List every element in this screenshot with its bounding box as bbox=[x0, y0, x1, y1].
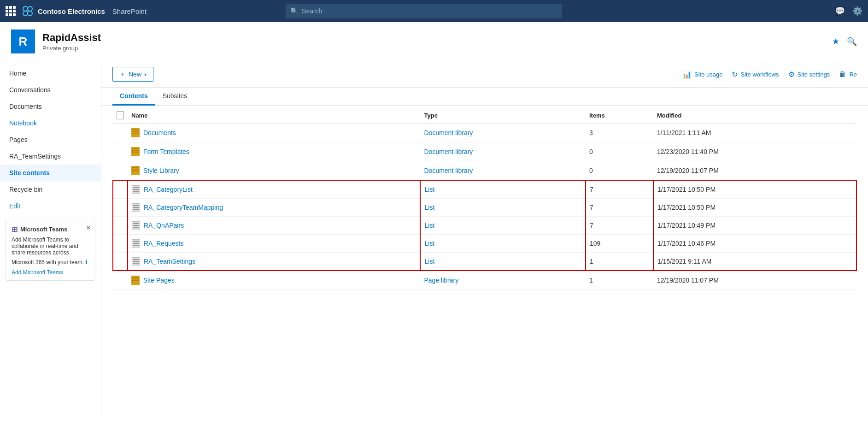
type-link[interactable]: Document library bbox=[424, 167, 473, 174]
teams-promo-panel: ✕ ⊞ Microsoft Teams Add Microsoft Teams … bbox=[6, 220, 95, 281]
add-teams-link[interactable]: Add Microsoft Teams bbox=[12, 269, 89, 276]
sidebar-item-documents[interactable]: Documents bbox=[0, 98, 101, 115]
row-name[interactable]: RA_CategoryTeamMapping bbox=[144, 204, 223, 211]
table-row[interactable]: RA_Requests List 109 1/17/2021 10:46 PM bbox=[113, 235, 856, 253]
svg-point-2 bbox=[23, 11, 28, 16]
workflow-icon: ↻ bbox=[732, 70, 738, 79]
table-row[interactable]: Documents Document library 3 1/11/2021 1… bbox=[113, 124, 856, 142]
settings-gear-icon[interactable]: ⚙️ bbox=[852, 6, 862, 16]
settings-icon: ⚙ bbox=[788, 70, 795, 79]
row-items: 1 bbox=[586, 271, 653, 290]
sidebar-item-ra-team-settings[interactable]: RA_TeamSettings bbox=[0, 148, 101, 165]
table-row[interactable]: RA_CategoryList List 7 1/17/2021 10:50 P… bbox=[113, 180, 856, 199]
type-link[interactable]: List bbox=[424, 186, 434, 193]
sidebar-item-notebook[interactable]: Notebook bbox=[0, 115, 101, 131]
list-icon bbox=[132, 221, 140, 230]
row-modified: 1/17/2021 10:46 PM bbox=[653, 235, 856, 253]
teams-promo-title: ⊞ Microsoft Teams bbox=[12, 225, 89, 234]
row-modified: 1/17/2021 10:49 PM bbox=[653, 217, 856, 235]
row-items: 7 bbox=[586, 199, 653, 217]
row-items: 1 bbox=[586, 253, 653, 271]
row-modified: 12/23/2020 11:40 PM bbox=[653, 142, 856, 161]
table-row[interactable]: RA_TeamSettings List 1 1/15/2021 9:11 AM bbox=[113, 253, 856, 271]
chat-icon[interactable]: 💬 bbox=[835, 6, 845, 16]
site-contents-table: Name Type Items Modified bbox=[112, 106, 857, 290]
tab-subsites[interactable]: Subsites bbox=[155, 88, 195, 106]
row-name[interactable]: RA_QnAPairs bbox=[144, 222, 184, 229]
search-input[interactable] bbox=[302, 7, 557, 15]
row-items: 0 bbox=[586, 161, 653, 181]
row-name[interactable]: Style Library bbox=[143, 167, 179, 174]
top-navigation-bar: Contoso Electronics SharePoint 🔍 💬 ⚙️ bbox=[0, 0, 868, 22]
row-modified: 1/11/2021 1:11 AM bbox=[653, 124, 856, 142]
recycle-action[interactable]: 🗑 Re bbox=[839, 70, 857, 78]
col-name-header[interactable]: Name bbox=[128, 106, 420, 124]
list-icon bbox=[132, 257, 140, 266]
info-circle-icon: ℹ bbox=[85, 259, 88, 266]
row-name[interactable]: Documents bbox=[143, 129, 176, 136]
col-modified-header[interactable]: Modified bbox=[653, 106, 856, 124]
table-row[interactable]: RA_QnAPairs List 7 1/17/2021 10:49 PM bbox=[113, 217, 856, 235]
toolbar-right-actions: 📊 Site usage ↻ Site workflows ⚙ Site set… bbox=[682, 70, 857, 79]
search-box[interactable]: 🔍 bbox=[286, 4, 562, 18]
sidebar-item-edit[interactable]: Edit bbox=[0, 198, 101, 214]
star-icon[interactable]: ★ bbox=[832, 36, 839, 47]
brand-name: Contoso Electronics bbox=[38, 7, 105, 15]
new-button[interactable]: ＋ New ▾ bbox=[112, 67, 153, 82]
type-link[interactable]: List bbox=[424, 204, 434, 211]
app-name[interactable]: SharePoint bbox=[112, 7, 147, 15]
row-name[interactable]: Site Pages bbox=[143, 277, 175, 284]
row-modified: 12/19/2020 11:07 PM bbox=[653, 161, 856, 181]
table-row[interactable]: Site Pages Page library 1 12/19/2020 11:… bbox=[113, 271, 856, 290]
site-header: R RapidAssist Private group ★ 🔍 bbox=[0, 22, 868, 61]
row-name[interactable]: RA_Requests bbox=[144, 240, 183, 247]
site-logo: R bbox=[11, 30, 35, 53]
table-row[interactable]: RA_CategoryTeamMapping List 7 1/17/2021 … bbox=[113, 199, 856, 217]
chevron-down-icon: ▾ bbox=[144, 72, 147, 77]
teams-promo-body: Add Microsoft Teams to collaborate in re… bbox=[12, 236, 84, 266]
top-bar-actions: 💬 ⚙️ bbox=[835, 6, 862, 16]
type-link[interactable]: List bbox=[424, 258, 434, 265]
sidebar: Home Conversations Documents Notebook Pa… bbox=[0, 61, 101, 416]
type-link[interactable]: List bbox=[424, 222, 434, 229]
type-link[interactable]: List bbox=[424, 240, 434, 247]
sidebar-item-recycle-bin[interactable]: Recycle bin bbox=[0, 181, 101, 198]
doc-icon bbox=[131, 147, 140, 156]
site-workflows-action[interactable]: ↻ Site workflows bbox=[732, 70, 779, 79]
list-icon bbox=[132, 203, 140, 212]
sidebar-item-home[interactable]: Home bbox=[0, 65, 101, 82]
row-name[interactable]: RA_CategoryList bbox=[144, 186, 193, 193]
doc-icon bbox=[131, 166, 140, 175]
sidebar-item-conversations[interactable]: Conversations bbox=[0, 82, 101, 98]
row-name[interactable]: Form Templates bbox=[143, 148, 189, 155]
col-items-header[interactable]: Items bbox=[586, 106, 653, 124]
tab-contents[interactable]: Contents bbox=[112, 88, 155, 106]
site-usage-action[interactable]: 📊 Site usage bbox=[682, 70, 722, 79]
site-brand[interactable]: Contoso Electronics bbox=[21, 5, 105, 18]
teams-icon: ⊞ bbox=[12, 225, 18, 234]
search-icon: 🔍 bbox=[290, 7, 298, 15]
row-items: 7 bbox=[586, 180, 653, 199]
col-type-header[interactable]: Type bbox=[420, 106, 585, 124]
row-modified: 12/19/2020 11:07 PM bbox=[653, 271, 856, 290]
waffle-menu[interactable] bbox=[6, 6, 16, 16]
doc-icon bbox=[131, 276, 140, 285]
main-layout: Home Conversations Documents Notebook Pa… bbox=[0, 61, 868, 416]
row-items: 0 bbox=[586, 142, 653, 161]
row-items: 3 bbox=[586, 124, 653, 142]
sidebar-item-pages[interactable]: Pages bbox=[0, 131, 101, 148]
table-row[interactable]: Form Templates Document library 0 12/23/… bbox=[113, 142, 856, 161]
row-name[interactable]: RA_TeamSettings bbox=[144, 258, 195, 265]
table-row[interactable]: Style Library Document library 0 12/19/2… bbox=[113, 161, 856, 181]
teams-promo-close[interactable]: ✕ bbox=[86, 224, 91, 231]
row-items: 7 bbox=[586, 217, 653, 235]
site-settings-action[interactable]: ⚙ Site settings bbox=[788, 70, 830, 79]
site-title: RapidAssist bbox=[42, 32, 101, 44]
person-search-icon[interactable]: 🔍 bbox=[847, 36, 857, 47]
sidebar-item-site-contents[interactable]: Site contents bbox=[0, 165, 101, 181]
svg-point-0 bbox=[23, 6, 28, 11]
svg-point-1 bbox=[28, 6, 32, 11]
type-text: Document library bbox=[424, 148, 473, 155]
svg-point-3 bbox=[28, 11, 32, 16]
content-area: ＋ New ▾ 📊 Site usage ↻ Site workflows ⚙ … bbox=[101, 61, 868, 416]
